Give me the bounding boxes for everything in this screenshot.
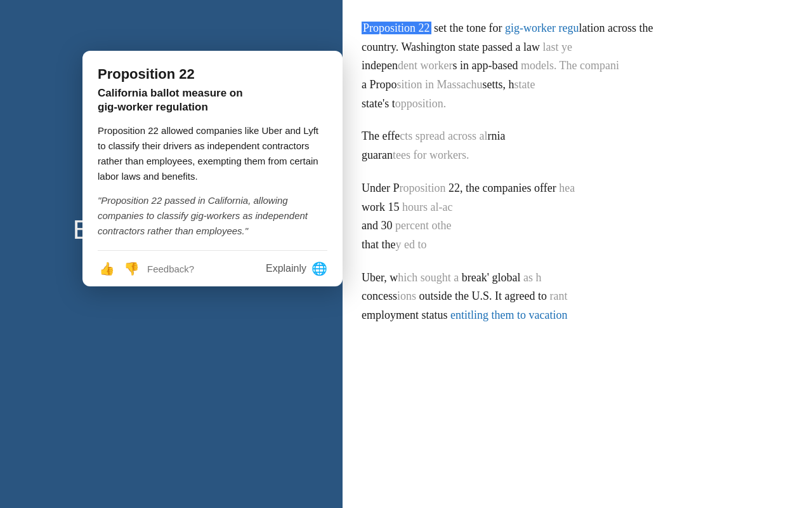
brand-name: Explainly	[266, 263, 306, 274]
tooltip-quote: "Proposition 22 passed in California, al…	[98, 193, 327, 239]
gig-worker-link[interactable]: gig-worker regu	[505, 22, 579, 34]
article-text-p1d: independent workers in app-based models.…	[362, 59, 619, 72]
brand-section: Explainly 🌐	[266, 261, 327, 276]
article-text-p2b: guarantees for workers.	[362, 149, 469, 161]
tooltip-footer: 👍 👎 Feedback? Explainly 🌐	[98, 250, 327, 286]
article-text-p3a: Under Proposition 22, the companies offe…	[362, 182, 575, 194]
thumbs-up-button[interactable]: 👍	[98, 260, 116, 277]
article-paragraph-3: Under Proposition 22, the companies offe…	[362, 179, 793, 255]
article-paragraph-1: Proposition 22 set the tone for gig-work…	[362, 19, 793, 113]
globe-icon: 🌐	[311, 261, 327, 276]
article-text-p2a: The effects spread across alrnia	[362, 130, 506, 142]
article-text: Proposition 22 set the tone for gig-work…	[362, 19, 793, 325]
thumbs-up-icon: 👍	[99, 262, 115, 276]
article-paragraph-4: Uber, which sought a break' global as h …	[362, 269, 793, 325]
thumbs-down-icon: 👎	[124, 262, 140, 276]
article-paragraph-2: The effects spread across alrnia guarant…	[362, 127, 793, 164]
vacation-link[interactable]: entitling them to vacation	[450, 309, 567, 321]
tooltip-description: Proposition 22 allowed companies like Ub…	[98, 123, 327, 184]
highlighted-text[interactable]: Proposition 22	[362, 22, 431, 34]
tooltip-title: Proposition 22	[98, 66, 327, 83]
article-text-p1c: country. Washington state passed a law l…	[362, 41, 572, 53]
feedback-label: Feedback?	[147, 264, 194, 274]
article-text-p1e: a Proposition in Massachusetts, hstate	[362, 78, 535, 91]
article-text-p3c: and 30 percent othe	[362, 219, 451, 232]
article-text-p3d: that they ed to	[362, 238, 426, 251]
article-text-p4c: employment status	[362, 309, 450, 321]
feedback-section: 👍 👎 Feedback?	[98, 260, 194, 277]
article-text-p4b: concessions outside the U.S. It agreed t…	[362, 290, 567, 302]
article-text-p4a: Uber, which sought a break' global as h	[362, 271, 541, 284]
article-text-p1b: lation across the	[579, 22, 653, 34]
tooltip-popup: Proposition 22 California ballot measure…	[82, 51, 343, 286]
article-panel: Proposition 22 set the tone for gig-work…	[343, 0, 812, 508]
article-text-p1a: set the tone for	[434, 22, 505, 34]
thumbs-down-button[interactable]: 👎	[122, 260, 141, 277]
article-text-p1f: state's topposition.	[362, 97, 446, 110]
article-text-p3b: work 15 hours al-ac	[362, 201, 452, 213]
tooltip-subtitle: California ballot measure ongig-worker r…	[98, 86, 327, 114]
